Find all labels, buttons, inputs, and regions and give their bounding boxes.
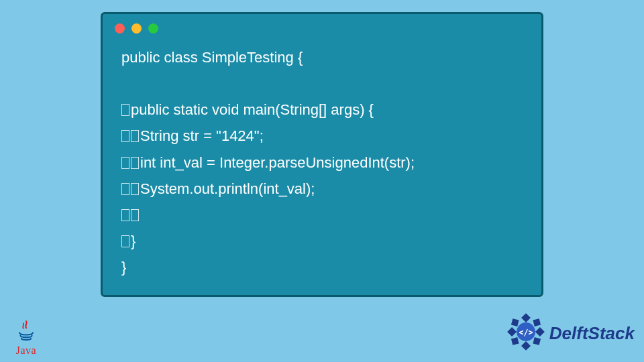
tab-placeholder-icon (121, 209, 129, 221)
code-text: public static void main(String[] args) { (131, 101, 374, 118)
window-titlebar (103, 14, 541, 40)
svg-marker-1 (521, 341, 531, 351)
code-text: System.out.println(int_val); (140, 180, 315, 197)
delftstack-logo-label: DelftStack (549, 323, 635, 344)
tab-placeholder-icon (131, 183, 139, 195)
code-line: } (121, 228, 523, 254)
svg-text:</>: </> (519, 328, 533, 337)
tab-placeholder-icon (121, 157, 129, 169)
code-line: int int_val = Integer.parseUnsignedInt(s… (121, 149, 523, 176)
code-line (121, 202, 523, 228)
code-text: public class SimpleTesting { (121, 49, 303, 66)
svg-marker-4 (511, 318, 519, 326)
java-logo-label: Java (8, 345, 44, 357)
java-logo: Java (8, 318, 44, 357)
code-text: } (131, 233, 136, 249)
svg-marker-6 (511, 337, 519, 345)
svg-marker-3 (535, 327, 545, 337)
code-line: public static void main(String[] args) { (121, 97, 523, 123)
tab-placeholder-icon (121, 104, 129, 116)
code-text: int int_val = Integer.parseUnsignedInt(s… (140, 154, 415, 171)
tab-placeholder-icon (131, 130, 139, 142)
tab-placeholder-icon (121, 183, 129, 195)
svg-marker-0 (521, 313, 531, 322)
svg-marker-7 (533, 337, 541, 345)
code-text: } (121, 259, 126, 276)
code-line (121, 70, 523, 97)
maximize-icon[interactable] (148, 23, 158, 34)
tab-placeholder-icon (131, 209, 139, 221)
code-line: public class SimpleTesting { (121, 44, 523, 70)
delftstack-gear-icon: </> (506, 312, 545, 354)
close-icon[interactable] (115, 23, 125, 34)
svg-marker-5 (533, 318, 541, 326)
code-text: String str = "1424"; (140, 127, 264, 144)
java-cup-icon (8, 318, 44, 345)
tab-placeholder-icon (131, 157, 139, 169)
tab-placeholder-icon (121, 130, 129, 142)
tab-placeholder-icon (121, 235, 129, 247)
code-window: public class SimpleTesting { public stat… (101, 12, 543, 297)
code-line: String str = "1424"; (121, 123, 523, 149)
delftstack-logo: </> DelftStack (506, 312, 635, 354)
code-line: System.out.println(int_val); (121, 176, 523, 202)
minimize-icon[interactable] (131, 23, 142, 34)
svg-marker-2 (507, 327, 517, 337)
code-body: public class SimpleTesting { public stat… (103, 40, 541, 280)
code-line: } (121, 254, 523, 280)
